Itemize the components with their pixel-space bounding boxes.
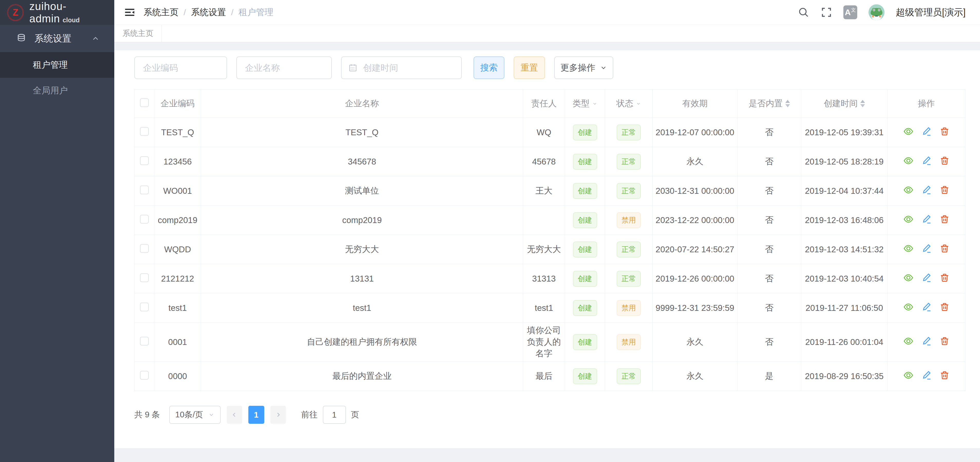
chevron-left-icon xyxy=(231,411,238,418)
delete-icon[interactable] xyxy=(939,185,950,195)
cell-type: 创建 xyxy=(565,294,605,322)
edit-icon[interactable] xyxy=(921,302,932,312)
row-checkbox[interactable] xyxy=(140,371,149,379)
row-checkbox[interactable] xyxy=(140,303,149,311)
cell-type: 创建 xyxy=(565,322,605,362)
view-icon[interactable] xyxy=(903,243,914,254)
cell-actions xyxy=(888,176,966,206)
row-checkbox[interactable] xyxy=(140,337,149,346)
avatar[interactable] xyxy=(869,4,885,20)
sort-icon[interactable] xyxy=(785,100,790,107)
cell-created-time: 2019-12-03 14:51:32 xyxy=(801,235,888,264)
page-number-button[interactable]: 1 xyxy=(248,406,264,424)
delete-icon[interactable] xyxy=(939,126,950,137)
cell-company-code: WQDD xyxy=(154,235,201,264)
sort-icon[interactable] xyxy=(860,100,865,107)
created-time-datepicker[interactable] xyxy=(341,56,462,79)
delete-icon[interactable] xyxy=(939,370,950,380)
edit-icon[interactable] xyxy=(921,273,932,283)
view-icon[interactable] xyxy=(903,126,914,137)
select-all-checkbox[interactable] xyxy=(140,98,149,107)
tab-system-home[interactable]: 系统主页 xyxy=(114,25,162,42)
row-checkbox[interactable] xyxy=(140,127,149,136)
goto-page-input[interactable] xyxy=(323,406,346,424)
view-icon[interactable] xyxy=(903,155,914,166)
cell-builtin: 否 xyxy=(738,264,801,294)
sidebar-item-global-users[interactable]: 全局用户 xyxy=(0,78,114,103)
delete-icon[interactable] xyxy=(939,214,950,224)
main-content: 搜索 重置 更多操作 企业编码企业名称责任人类型状态有效期是否内置创建时间操作 … xyxy=(114,43,980,462)
edit-icon[interactable] xyxy=(921,214,932,224)
cell-created-time: 2019-08-29 16:50:35 xyxy=(801,362,888,391)
created-time-input[interactable] xyxy=(363,63,455,73)
reset-button[interactable]: 重置 xyxy=(514,56,545,79)
cell-owner: 填你公司负责人的名字 xyxy=(523,322,565,362)
status-tag: 正常 xyxy=(617,124,641,140)
cell-status: 正常 xyxy=(605,235,652,264)
breadcrumb-item-settings[interactable]: 系统设置 xyxy=(191,6,226,18)
breadcrumb-separator: / xyxy=(184,8,186,17)
table-header-row: 企业编码企业名称责任人类型状态有效期是否内置创建时间操作 xyxy=(135,90,966,118)
cell-select xyxy=(135,264,154,294)
cell-validity: 永久 xyxy=(652,147,738,176)
breadcrumb-item-home[interactable]: 系统主页 xyxy=(143,6,178,18)
language-switch-icon[interactable]: A文 xyxy=(843,5,857,19)
delete-icon[interactable] xyxy=(939,302,950,312)
delete-icon[interactable] xyxy=(939,243,950,254)
row-checkbox[interactable] xyxy=(140,244,149,253)
cell-validity: 2023-12-22 00:00:00 xyxy=(652,206,738,235)
breadcrumb-item-current: 租户管理 xyxy=(239,6,274,18)
chevron-right-icon xyxy=(275,411,282,418)
delete-icon[interactable] xyxy=(939,336,950,346)
edit-icon[interactable] xyxy=(921,126,932,137)
cell-status: 正常 xyxy=(605,362,652,391)
prev-page-button[interactable] xyxy=(227,406,242,424)
view-icon[interactable] xyxy=(903,214,914,225)
view-icon[interactable] xyxy=(903,370,914,381)
page-size-select[interactable]: 10条/页 xyxy=(169,406,221,424)
more-actions-button[interactable]: 更多操作 xyxy=(554,56,613,79)
top-header: 系统主页 / 系统设置 / 租户管理 A文 xyxy=(114,0,980,25)
view-icon[interactable] xyxy=(903,184,914,195)
view-icon[interactable] xyxy=(903,302,914,312)
cell-actions xyxy=(888,264,966,294)
view-icon[interactable] xyxy=(903,272,914,283)
cell-select xyxy=(135,322,154,362)
search-button[interactable]: 搜索 xyxy=(474,56,504,79)
edit-icon[interactable] xyxy=(921,243,932,254)
type-tag: 创建 xyxy=(573,212,597,228)
delete-icon[interactable] xyxy=(939,156,950,166)
cell-created-time: 2019-11-27 11:06:50 xyxy=(801,294,888,322)
company-name-input[interactable] xyxy=(236,56,332,79)
company-code-input[interactable] xyxy=(134,56,227,79)
row-checkbox[interactable] xyxy=(140,273,149,282)
sidebar-group-system-settings[interactable]: 系统设置 xyxy=(0,25,114,52)
row-checkbox[interactable] xyxy=(140,156,149,165)
row-checkbox[interactable] xyxy=(140,186,149,194)
cell-owner: 45678 xyxy=(523,147,565,176)
edit-icon[interactable] xyxy=(921,370,932,380)
cell-owner: 王大 xyxy=(523,176,565,206)
chevron-down-icon xyxy=(208,412,215,418)
fullscreen-icon[interactable] xyxy=(821,7,832,18)
delete-icon[interactable] xyxy=(939,273,950,283)
sidebar-collapse-button[interactable] xyxy=(114,0,143,25)
edit-icon[interactable] xyxy=(921,336,932,346)
search-icon[interactable] xyxy=(798,6,810,18)
edit-icon[interactable] xyxy=(921,185,932,195)
row-checkbox[interactable] xyxy=(140,215,149,224)
next-page-button[interactable] xyxy=(270,406,286,424)
sidebar-item-tenant-management[interactable]: 租户管理 xyxy=(0,52,114,78)
cell-type: 创建 xyxy=(565,118,605,147)
cell-company-code: comp2019 xyxy=(154,206,201,235)
cell-type: 创建 xyxy=(565,147,605,176)
cell-builtin: 否 xyxy=(738,147,801,176)
current-user-name[interactable]: 超级管理员[演示] xyxy=(896,6,966,19)
edit-icon[interactable] xyxy=(921,156,932,166)
table-row: 0000最后的内置企业最后创建正常永久是2019-08-29 16:50:35 xyxy=(135,362,966,391)
pagination: 共 9 条 10条/页 1 前往 页 xyxy=(134,406,965,424)
view-icon[interactable] xyxy=(903,336,914,346)
type-tag: 创建 xyxy=(573,300,597,316)
cell-owner: 31313 xyxy=(523,264,565,294)
column-header: 状态 xyxy=(605,90,652,118)
